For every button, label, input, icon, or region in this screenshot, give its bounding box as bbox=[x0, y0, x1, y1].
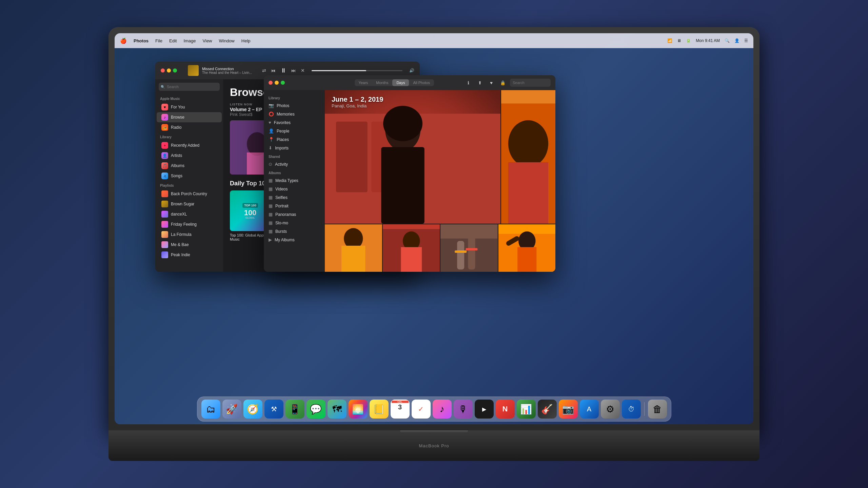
dock-notes[interactable]: 📒 bbox=[370, 400, 389, 419]
photos-minimize-button[interactable] bbox=[275, 81, 279, 85]
favorite-button[interactable]: ♥ bbox=[487, 78, 496, 87]
sidebar-item-friday[interactable]: Friday Feeling bbox=[157, 219, 222, 229]
photos-sidebar-panoramas[interactable]: ▦ Panoramas bbox=[264, 210, 325, 219]
dock-messages[interactable]: 💬 bbox=[307, 400, 326, 419]
photos-sidebar-imports[interactable]: ⬇ Imports bbox=[264, 144, 325, 152]
menu-app-name[interactable]: Photos bbox=[134, 38, 149, 43]
shuffle-button[interactable]: ⇄ bbox=[262, 68, 266, 73]
next-button[interactable]: ⏭ bbox=[291, 68, 296, 73]
user-icon[interactable]: 👤 bbox=[734, 38, 739, 43]
peak-icon bbox=[161, 251, 168, 258]
photos-sidebar-places[interactable]: 📍 Places bbox=[264, 135, 325, 144]
artists-label: Artists bbox=[171, 153, 182, 158]
photo-main-large[interactable] bbox=[325, 90, 500, 224]
photos-search-input[interactable] bbox=[510, 79, 551, 87]
date-header: June 1 – 2, 2019 Panaji, Goa, India bbox=[332, 96, 383, 108]
photos-sidebar-people[interactable]: 👤 People bbox=[264, 127, 325, 135]
sidebar-item-radio[interactable]: 📻 Radio bbox=[157, 122, 222, 133]
search-input[interactable] bbox=[159, 83, 220, 91]
repeat-button[interactable]: ✕ bbox=[301, 68, 305, 73]
sidebar-item-browse[interactable]: ♪ Browse bbox=[157, 112, 222, 122]
sidebar-item-peak[interactable]: Peak Indie bbox=[157, 250, 222, 260]
screen-area: Missed Connection The Head and the Heart… bbox=[115, 48, 753, 424]
menu-view[interactable]: View bbox=[203, 38, 212, 43]
menu-help[interactable]: Help bbox=[241, 38, 251, 43]
dock-sysprefs[interactable]: ⚙ bbox=[601, 400, 620, 419]
sidebar-item-artists[interactable]: 👤 Artists bbox=[157, 150, 222, 161]
menu-window[interactable]: Window bbox=[219, 38, 235, 43]
dock-trash[interactable]: 🗑 bbox=[648, 400, 667, 419]
sidebar-item-dancexl[interactable]: danceXL bbox=[157, 209, 222, 219]
sidebar-item-formula[interactable]: La Fórmula bbox=[157, 229, 222, 240]
dock-launchpad[interactable]: 🚀 bbox=[222, 400, 241, 419]
dock-facetime[interactable]: 📱 bbox=[285, 400, 304, 419]
sidebar-item-mebae[interactable]: Me & Bae bbox=[157, 240, 222, 250]
menu-bar-right: 📶 🖥 🔋 Mon 9:41 AM 🔍 👤 ☰ bbox=[667, 38, 748, 43]
progress-bar[interactable] bbox=[312, 70, 402, 71]
dock-news[interactable]: N bbox=[496, 400, 515, 419]
photos-sidebar-photos[interactable]: 📷 Photos bbox=[264, 101, 325, 110]
play-pause-button[interactable]: ⏸ bbox=[280, 67, 287, 74]
sidebar-item-foryou[interactable]: ♥ For You bbox=[157, 102, 222, 112]
dock-reminders[interactable]: ✓ bbox=[412, 400, 431, 419]
svg-point-13 bbox=[508, 120, 548, 167]
sidebar-item-recently-added[interactable]: + Recently Added bbox=[157, 140, 222, 150]
sidebar-item-songs[interactable]: ♫ Songs bbox=[157, 171, 222, 181]
tab-all-photos[interactable]: All Photos bbox=[409, 79, 434, 86]
menu-file[interactable]: File bbox=[155, 38, 162, 43]
photos-sidebar-favorites[interactable]: ♥ Favorites bbox=[264, 118, 325, 127]
dock-area: 🗂 🚀 🧭 ⚒ 📱 💬 🗺 🌅 📒 CAL 3 bbox=[115, 390, 753, 424]
close-button[interactable] bbox=[161, 68, 165, 73]
portrait-icon: ▦ bbox=[269, 203, 273, 208]
dock-photos2[interactable]: 📷 bbox=[559, 400, 578, 419]
photo-side-top[interactable] bbox=[501, 90, 555, 224]
search-icon[interactable]: 🔍 bbox=[725, 38, 730, 43]
apple-logo-icon[interactable]: 🍎 bbox=[120, 38, 127, 44]
sidebar-item-albums[interactable]: 🎵 Albums bbox=[157, 161, 222, 171]
menu-edit[interactable]: Edit bbox=[169, 38, 177, 43]
people-label: People bbox=[277, 129, 289, 134]
edit-button[interactable]: 🔒 bbox=[498, 78, 507, 87]
dock-finder[interactable]: 🗂 bbox=[201, 400, 220, 419]
photos-sidebar-selfies[interactable]: ▦ Selfies bbox=[264, 193, 325, 202]
photos-sidebar-memories[interactable]: ⭕ Memories bbox=[264, 110, 325, 118]
share-button[interactable]: ⬆ bbox=[475, 78, 484, 87]
dock-podcasts[interactable]: 🎙 bbox=[454, 400, 473, 419]
info-button[interactable]: ℹ bbox=[464, 78, 473, 87]
dock-screentime[interactable]: ⏱ bbox=[622, 400, 641, 419]
dock-itunes[interactable]: ♪ bbox=[433, 400, 452, 419]
photo-bottom-1[interactable] bbox=[325, 224, 382, 272]
dock-photos[interactable]: 🌅 bbox=[349, 400, 368, 419]
dock-xcode[interactable]: ⚒ bbox=[264, 400, 283, 419]
sidebar-item-brown-sugar[interactable]: Brown Sugar bbox=[157, 199, 222, 209]
tab-years[interactable]: Years bbox=[355, 79, 372, 86]
dock-tv[interactable]: ▶ bbox=[475, 400, 494, 419]
photos-close-button[interactable] bbox=[269, 81, 273, 85]
photos-sidebar-activity[interactable]: ⊙ Activity bbox=[264, 160, 325, 168]
photo-bottom-4[interactable] bbox=[498, 224, 556, 272]
tab-days[interactable]: Days bbox=[392, 79, 409, 86]
tab-months[interactable]: Months bbox=[372, 79, 392, 86]
dock-maps[interactable]: 🗺 bbox=[328, 400, 347, 419]
dock-appstore[interactable]: A bbox=[580, 400, 599, 419]
photos-sidebar-videos[interactable]: ▦ Videos bbox=[264, 185, 325, 193]
photos-sidebar-bursts[interactable]: ▦ Bursts bbox=[264, 227, 325, 236]
dock-calendar[interactable]: CAL 3 bbox=[391, 400, 410, 419]
dock-garageband[interactable]: 🎸 bbox=[538, 400, 557, 419]
photos-sidebar-portrait[interactable]: ▦ Portrait bbox=[264, 202, 325, 210]
photo-bottom-2[interactable] bbox=[383, 224, 440, 272]
minimize-button[interactable] bbox=[167, 68, 171, 73]
dock-numbers[interactable]: 📊 bbox=[517, 400, 536, 419]
photos-maximize-button[interactable] bbox=[281, 81, 285, 85]
list-icon[interactable]: ☰ bbox=[744, 38, 748, 43]
dock-safari[interactable]: 🧭 bbox=[243, 400, 262, 419]
menu-image[interactable]: Image bbox=[183, 38, 196, 43]
maximize-button[interactable] bbox=[173, 68, 177, 73]
photos-sidebar-slomo[interactable]: ▦ Slo-mo bbox=[264, 219, 325, 227]
photos-sidebar-mediatypes[interactable]: ▦ Media Types bbox=[264, 176, 325, 185]
photo-bottom-3[interactable] bbox=[440, 224, 498, 272]
sidebar-item-back-porch[interactable]: Back Porch Country bbox=[157, 189, 222, 199]
prev-button[interactable]: ⏮ bbox=[271, 68, 276, 73]
album-thumbnail bbox=[188, 65, 199, 76]
photos-sidebar-myalbums[interactable]: ▶ My Albums bbox=[264, 236, 325, 244]
